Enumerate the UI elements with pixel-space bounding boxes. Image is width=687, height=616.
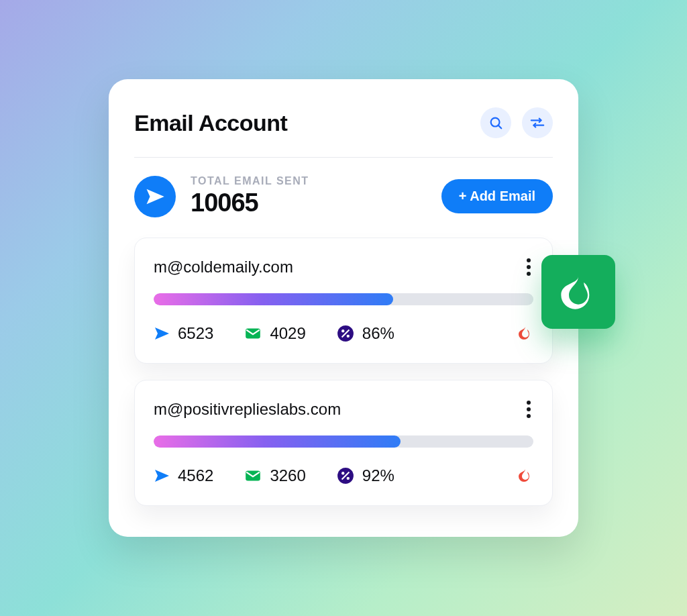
account-header: m@coldemaily.com	[154, 256, 533, 278]
dots-icon	[527, 258, 531, 262]
account-header: m@positivreplieslabs.com	[154, 398, 533, 421]
stat-sent: 4562	[154, 466, 213, 485]
flame-icon	[517, 325, 533, 342]
page-title: Email Account	[134, 110, 287, 136]
stat-rate: 92%	[337, 466, 394, 485]
dots-icon	[527, 407, 531, 411]
add-email-label: + Add Email	[459, 189, 535, 204]
progress-fill	[154, 293, 393, 305]
warmup-indicator[interactable]	[517, 325, 533, 342]
sent-value: 4562	[178, 466, 213, 485]
progress-bar	[154, 293, 533, 305]
add-email-button[interactable]: + Add Email	[441, 179, 553, 213]
dots-icon	[527, 414, 531, 418]
send-icon	[154, 468, 170, 484]
total-text: TOTAL EMAIL SENT 10065	[191, 175, 427, 217]
send-icon	[145, 187, 165, 207]
warmup-badge[interactable]	[541, 255, 615, 329]
flame-icon	[517, 467, 533, 484]
svg-point-4	[341, 329, 344, 332]
stat-opens: 3260	[244, 466, 305, 485]
progress-bar	[154, 435, 533, 448]
rate-value: 92%	[362, 466, 394, 485]
total-value: 10065	[191, 189, 427, 217]
card-header: Email Account	[134, 107, 553, 138]
dots-icon	[527, 401, 531, 405]
mail-icon	[244, 325, 262, 342]
refresh-button[interactable]	[522, 107, 553, 138]
opens-value: 4029	[270, 324, 305, 343]
svg-point-5	[346, 335, 349, 338]
refresh-icon	[530, 115, 545, 130]
stat-rate: 86%	[337, 324, 394, 343]
account-card: m@coldemaily.com 6523 4029	[134, 238, 553, 364]
total-label: TOTAL EMAIL SENT	[191, 175, 427, 187]
flame-icon	[560, 273, 597, 311]
send-icon	[154, 325, 170, 342]
stat-sent: 6523	[154, 324, 213, 343]
dots-icon	[527, 265, 531, 269]
warmup-indicator[interactable]	[517, 467, 533, 484]
more-button[interactable]	[524, 398, 533, 421]
percent-icon	[337, 325, 354, 342]
more-button[interactable]	[524, 256, 533, 278]
dots-icon	[527, 272, 531, 276]
account-card: m@positivreplieslabs.com 4562 3260	[134, 380, 553, 506]
mail-icon	[244, 467, 262, 484]
search-button[interactable]	[480, 107, 511, 138]
svg-point-9	[341, 472, 344, 474]
total-row: TOTAL EMAIL SENT 10065 + Add Email	[134, 175, 553, 217]
stat-opens: 4029	[244, 324, 305, 343]
account-list: m@coldemaily.com 6523 4029	[134, 238, 553, 506]
total-sent-icon-wrap	[134, 176, 176, 217]
rate-value: 86%	[362, 324, 394, 343]
stats-row: 4562 3260 92%	[154, 466, 533, 485]
stats-row: 6523 4029 86%	[154, 324, 533, 343]
svg-point-10	[346, 477, 349, 480]
header-actions	[480, 107, 553, 138]
divider	[134, 157, 553, 158]
opens-value: 3260	[270, 466, 305, 485]
email-account-card: Email Account TOTAL EMAIL SENT	[109, 79, 578, 537]
sent-value: 6523	[178, 324, 213, 343]
progress-fill	[154, 435, 401, 448]
svg-line-1	[498, 125, 501, 128]
account-email: m@positivreplieslabs.com	[154, 400, 341, 419]
account-email: m@coldemaily.com	[154, 258, 293, 276]
search-icon	[488, 115, 503, 130]
percent-icon	[337, 467, 354, 484]
